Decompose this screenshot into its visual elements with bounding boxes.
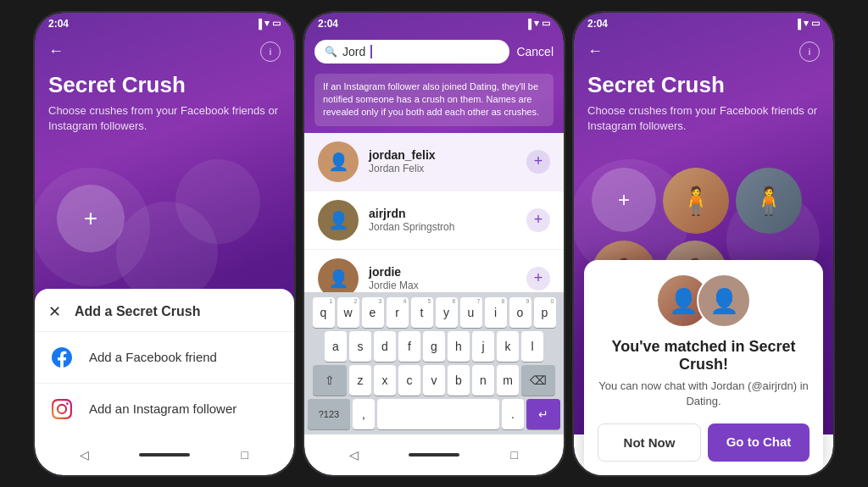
result-avatar-2: 👤	[318, 258, 359, 292]
facebook-icon	[48, 344, 75, 371]
key-period[interactable]: .	[502, 399, 524, 429]
add-instagram-label: Add an Instagram follower	[89, 401, 236, 416]
add-instagram-item[interactable]: Add an Instagram follower	[35, 384, 294, 434]
result-avatar-0: 👤	[318, 141, 359, 182]
go-to-chat-button[interactable]: Go to Chat	[708, 423, 810, 462]
key-space[interactable]	[377, 399, 499, 429]
key-s[interactable]: s	[349, 331, 371, 362]
result-item-2[interactable]: 👤 jordie Jordie Max +	[304, 250, 564, 292]
back-button-3[interactable]: ←	[587, 42, 603, 60]
key-z[interactable]: z	[349, 365, 371, 396]
result-item-0[interactable]: 👤 jordan_felix Jordan Felix +	[304, 133, 564, 191]
back-button-1[interactable]: ←	[48, 42, 64, 60]
wifi-icon-3: ▾	[804, 18, 809, 29]
match-subtitle: You can now chat with Jordan (@airjrdn) …	[598, 379, 810, 409]
result-item-1[interactable]: 👤 airjrdn Jordan Springstroh +	[304, 191, 564, 250]
time-2: 2:04	[318, 18, 338, 30]
key-u[interactable]: 7u	[460, 297, 482, 328]
nav-home-1[interactable]	[139, 453, 190, 457]
key-comma[interactable]: ,	[353, 399, 375, 429]
crush-photo-1: 🧍	[663, 168, 729, 234]
key-enter[interactable]: ↵	[526, 399, 560, 429]
keyboard-row-1: 1q 2w 3e 4r 5t 6y 7u 8i 9o 0p	[308, 297, 560, 328]
bottom-sheet-1: ✕ Add a Secret Crush Add a Facebook frie…	[35, 289, 294, 434]
status-bar-1: 2:04 ▐ ▾ ▭	[35, 13, 294, 33]
nav-back-1[interactable]: ◁	[74, 445, 94, 465]
key-p[interactable]: 0p	[534, 297, 556, 328]
key-r[interactable]: 4r	[387, 297, 409, 328]
not-now-button[interactable]: Not Now	[598, 423, 701, 462]
key-g[interactable]: g	[423, 331, 445, 362]
search-icon-2: 🔍	[325, 46, 337, 58]
wifi-icon-2: ▾	[534, 18, 539, 29]
result-avatar-1: 👤	[318, 200, 359, 241]
keyboard-row-3: ⇧ z x c v b n m ⌫	[308, 365, 560, 396]
key-x[interactable]: x	[374, 365, 396, 396]
search-input-box[interactable]: 🔍 Jord	[314, 40, 509, 64]
result-info-1: airjrdn Jordan Springstroh	[369, 207, 526, 233]
bottom-nav-2: ◁ □	[304, 434, 564, 475]
cancel-search-button[interactable]: Cancel	[516, 45, 554, 58]
add-facebook-item[interactable]: Add a Facebook friend	[35, 332, 294, 384]
key-a[interactable]: a	[325, 331, 347, 362]
key-f[interactable]: f	[398, 331, 420, 362]
info-button-3[interactable]: i	[799, 42, 820, 62]
info-button-1[interactable]: i	[260, 42, 281, 62]
key-shift[interactable]: ⇧	[313, 365, 347, 396]
add-crush-1[interactable]: +	[526, 208, 550, 232]
nav-recents-1[interactable]: □	[235, 445, 255, 465]
key-num-toggle[interactable]: ?123	[308, 399, 350, 429]
result-name-0: Jordan Felix	[369, 163, 526, 174]
key-b[interactable]: b	[448, 365, 470, 396]
key-c[interactable]: c	[398, 365, 420, 396]
secret-crush-subtitle-3: Choose crushes from your Facebook friend…	[587, 103, 820, 134]
key-q[interactable]: 1q	[313, 297, 335, 328]
key-k[interactable]: k	[497, 331, 519, 362]
key-v[interactable]: v	[423, 365, 445, 396]
keyboard-row-4: ?123 , . ↵	[308, 399, 560, 429]
nav-home-2[interactable]	[409, 453, 459, 457]
bottom-nav-1: ◁ □	[35, 434, 294, 475]
search-results: 👤 jordan_felix Jordan Felix + 👤 airjrdn …	[304, 133, 564, 292]
phone2-screen: 2:04 ▐ ▾ ▭ 🔍 Jord Cancel If an Instagram…	[304, 13, 564, 475]
battery-icon-2: ▭	[542, 18, 550, 29]
key-w[interactable]: 2w	[337, 297, 359, 328]
nav-back-2[interactable]: ◁	[343, 445, 364, 465]
match-popup: 👤 👤 You've matched in Secret Crush! You …	[584, 260, 823, 474]
match-avatar-row: 👤 👤	[598, 274, 810, 328]
key-t[interactable]: 5t	[411, 297, 433, 328]
key-backspace[interactable]: ⌫	[521, 365, 555, 396]
key-n[interactable]: n	[472, 365, 494, 396]
key-e[interactable]: 3e	[362, 297, 384, 328]
key-d[interactable]: d	[374, 331, 396, 362]
add-crush-button-1[interactable]: +	[57, 185, 125, 252]
close-icon-1[interactable]: ✕	[48, 302, 61, 321]
signal-icon-2: ▐	[525, 19, 531, 29]
key-l[interactable]: l	[521, 331, 543, 362]
result-username-1: airjrdn	[369, 207, 526, 220]
add-crush-2[interactable]: +	[526, 267, 550, 291]
avatar-person-2: 👤	[318, 258, 359, 292]
person-icon-1: 🧍	[663, 168, 729, 234]
match-buttons: Not Now Go to Chat	[598, 423, 810, 462]
crush-photos-row1: + 🧍 🧍	[592, 168, 802, 234]
add-crush-0[interactable]: +	[526, 150, 550, 174]
phone3-screen: 2:04 ▐ ▾ ▭ ← i Secret Crush Choose crush…	[574, 13, 833, 475]
key-h[interactable]: h	[448, 331, 470, 362]
key-j[interactable]: j	[472, 331, 494, 362]
result-info-2: jordie Jordie Max	[369, 265, 526, 291]
key-o[interactable]: 9o	[509, 297, 531, 328]
person-icon-2: 🧍	[736, 168, 802, 234]
status-icons-3: ▐ ▾ ▭	[794, 18, 820, 29]
result-username-2: jordie	[369, 265, 526, 279]
key-m[interactable]: m	[497, 365, 519, 396]
result-name-1: Jordan Springstroh	[369, 221, 526, 233]
key-i[interactable]: 8i	[485, 297, 507, 328]
keyboard-row-2: a s d f g h j k l	[308, 331, 560, 362]
key-y[interactable]: 6y	[436, 297, 458, 328]
add-crush-button-3[interactable]: +	[592, 168, 656, 232]
phone1-header: ← i	[48, 42, 281, 62]
phone-2: 2:04 ▐ ▾ ▭ 🔍 Jord Cancel If an Instagram…	[303, 11, 565, 477]
avatar-person-0: 👤	[318, 141, 359, 182]
nav-recents-2[interactable]: □	[504, 445, 525, 465]
